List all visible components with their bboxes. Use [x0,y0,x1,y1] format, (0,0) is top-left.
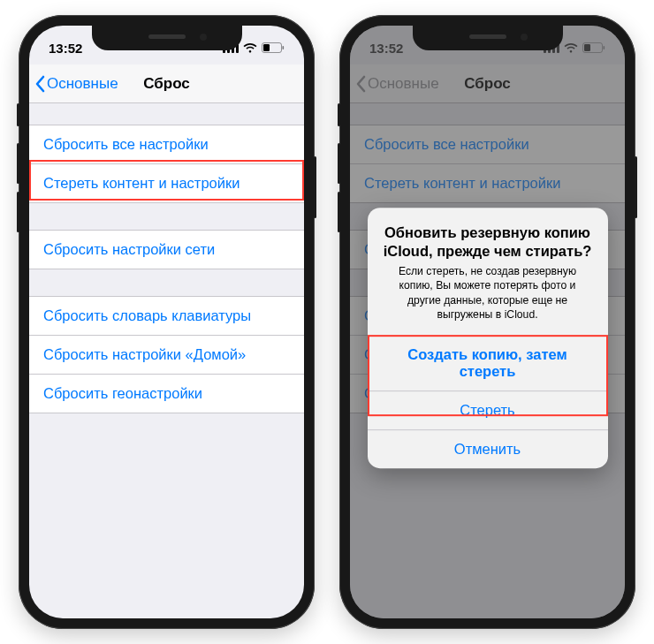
settings-group-2: Сбросить настройки сети [29,230,304,269]
chevron-left-icon [34,75,45,93]
wifi-icon [243,43,257,53]
battery-icon [262,42,285,53]
phone-left: 13:52 Основные Сброс Сбросить все настро… [19,15,315,629]
back-label: Основные [47,75,118,93]
alert-dialog: Обновить резервную копию iCloud, прежде … [368,208,608,468]
svg-rect-5 [263,44,270,51]
back-button[interactable]: Основные [34,75,118,93]
reset-network-settings[interactable]: Сбросить настройки сети [29,231,304,269]
notch [92,26,242,50]
nav-bar: Основные Сброс [29,64,304,103]
alert-backup-then-erase-button[interactable]: Создать копию, затем стереть [368,336,608,390]
screen: 13:52 Основные Сброс Сбросить все настро… [29,26,304,618]
phone-right: 13:52 Основные Сброс Сбросить все настро… [339,15,635,629]
settings-content: Сбросить все настройки Стереть контент и… [29,103,304,413]
screen: 13:52 Основные Сброс Сбросить все настро… [350,26,625,618]
status-time: 13:52 [49,41,82,56]
settings-group-1: Сбросить все настройки Стереть контент и… [29,125,304,203]
nav-title: Сброс [143,75,190,93]
alert-erase-button[interactable]: Стереть [368,390,608,429]
erase-content-settings[interactable]: Стереть контент и настройки [29,163,304,202]
svg-rect-6 [283,46,285,49]
reset-home-layout[interactable]: Сбросить настройки «Домой» [29,335,304,374]
alert-cancel-button[interactable]: Отменить [368,429,608,468]
reset-location-privacy[interactable]: Сбросить геонастройки [29,374,304,413]
reset-all-settings[interactable]: Сбросить все настройки [29,125,304,163]
alert-message: Если стереть, не создав резервную копию,… [382,264,594,322]
settings-group-3: Сбросить словарь клавиатуры Сбросить нас… [29,296,304,413]
alert-title: Обновить резервную копию iCloud, прежде … [382,224,594,261]
reset-keyboard-dictionary[interactable]: Сбросить словарь клавиатуры [29,297,304,335]
notch [413,26,563,50]
